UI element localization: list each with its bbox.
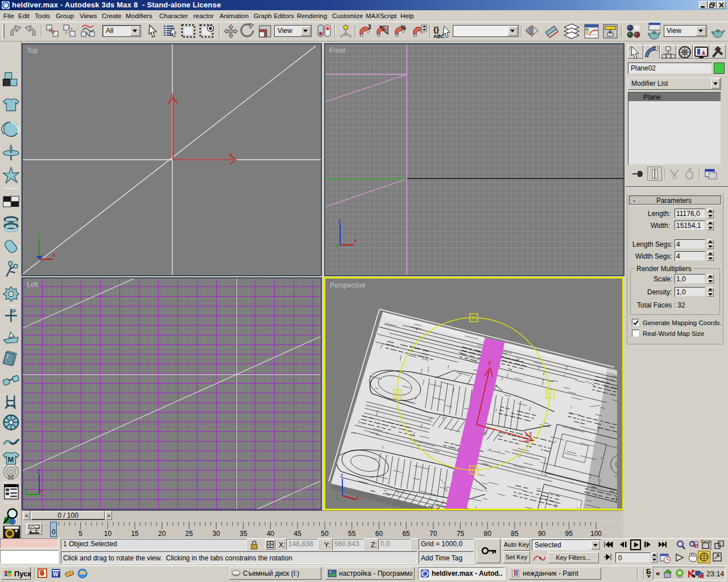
svg-text:x: x — [529, 430, 532, 436]
svg-text:x: x — [354, 237, 357, 244]
svg-text:x: x — [229, 151, 233, 157]
svg-text:y: y — [488, 359, 491, 365]
svg-text:x: x — [52, 251, 56, 258]
svg-text:55: 55 — [348, 530, 356, 538]
svg-text:30: 30 — [213, 530, 221, 538]
svg-text:15: 15 — [131, 530, 139, 538]
svg-text:100: 100 — [590, 530, 602, 538]
svg-text:90: 90 — [538, 530, 546, 538]
svg-text:W: W — [53, 571, 59, 577]
svg-text:20: 20 — [158, 530, 166, 538]
svg-text:10: 10 — [104, 530, 112, 538]
svg-text:60: 60 — [375, 530, 383, 538]
svg-text:%: % — [401, 24, 406, 31]
svg-text:z: z — [340, 472, 344, 479]
svg-text:85: 85 — [511, 530, 519, 538]
svg-text:y: y — [336, 242, 338, 248]
svg-text:z: z — [338, 218, 341, 225]
svg-text:35: 35 — [239, 530, 247, 538]
svg-text:95: 95 — [565, 530, 573, 538]
svg-text:3: 3 — [368, 24, 371, 30]
svg-text:y: y — [171, 91, 175, 98]
svg-text:z: z — [40, 256, 43, 263]
svg-text:45: 45 — [294, 530, 302, 538]
svg-text:65: 65 — [402, 530, 410, 538]
svg-text:40: 40 — [267, 530, 275, 538]
svg-text:50: 50 — [321, 530, 329, 538]
svg-text:y: y — [24, 487, 27, 494]
svg-text:5: 5 — [78, 530, 82, 538]
svg-text:70: 70 — [429, 530, 437, 538]
svg-text:L: L — [337, 494, 340, 501]
svg-text:{}: {} — [433, 25, 439, 34]
svg-text:y: y — [37, 232, 40, 239]
svg-text:M: M — [8, 473, 14, 481]
svg-text:80: 80 — [484, 530, 492, 538]
svg-text:z: z — [37, 467, 40, 474]
svg-text:x: x — [40, 488, 43, 494]
svg-text:25: 25 — [185, 530, 193, 538]
svg-text:x: x — [356, 494, 359, 501]
svg-text:75: 75 — [457, 530, 465, 538]
